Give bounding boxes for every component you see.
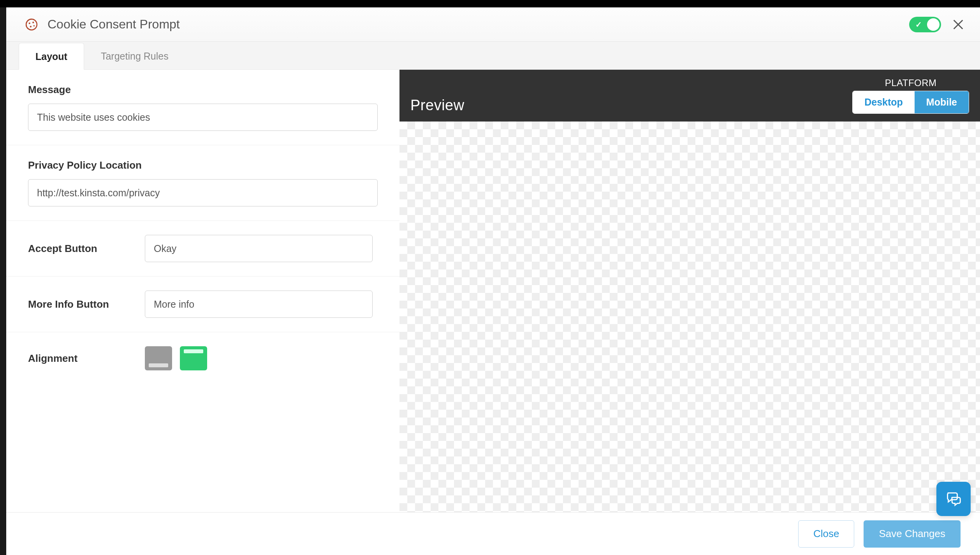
- row-accept: Accept Button: [6, 221, 399, 277]
- background-strip: [0, 7, 6, 555]
- label-message: Message: [28, 84, 378, 96]
- modal-body: Message Privacy Policy Location Accept B…: [6, 70, 980, 512]
- alignment-top[interactable]: [180, 346, 207, 370]
- check-icon: ✓: [915, 20, 922, 29]
- svg-point-1: [29, 22, 30, 24]
- row-moreinfo: More Info Button: [6, 277, 399, 332]
- save-changes-button[interactable]: Save Changes: [864, 520, 961, 548]
- row-privacy: Privacy Policy Location: [6, 145, 399, 221]
- os-menubar: [0, 0, 980, 7]
- label-accept: Accept Button: [28, 243, 129, 255]
- input-privacy[interactable]: [28, 179, 378, 206]
- input-message[interactable]: [28, 104, 378, 131]
- svg-point-3: [30, 26, 32, 27]
- cookie-icon: [25, 18, 38, 31]
- toggle-knob: [927, 18, 940, 31]
- preview-header: Preview PLATFORM Desktop Mobile: [399, 70, 980, 122]
- tab-targeting-rules[interactable]: Targeting Rules: [84, 42, 185, 69]
- platform-switch: Desktop Mobile: [852, 91, 969, 114]
- platform-label: PLATFORM: [852, 78, 969, 88]
- alignment-options: [145, 346, 207, 370]
- tabbar: Layout Targeting Rules: [6, 42, 980, 70]
- platform-switcher: PLATFORM Desktop Mobile: [852, 78, 969, 114]
- cookie-consent-modal: Cookie Consent Prompt ✓ Layout Targeting…: [6, 7, 980, 555]
- label-moreinfo: More Info Button: [28, 298, 129, 310]
- platform-desktop[interactable]: Desktop: [853, 91, 915, 113]
- header-actions: ✓: [909, 17, 964, 32]
- svg-point-4: [33, 25, 35, 26]
- platform-mobile[interactable]: Mobile: [915, 91, 969, 113]
- input-moreinfo[interactable]: [145, 291, 373, 318]
- tab-layout[interactable]: Layout: [19, 43, 84, 70]
- enable-toggle[interactable]: ✓: [909, 17, 941, 32]
- preview-canvas: [399, 122, 980, 512]
- row-alignment: Alignment: [6, 332, 399, 384]
- label-privacy: Privacy Policy Location: [28, 159, 378, 171]
- input-accept[interactable]: [145, 235, 373, 262]
- modal-footer: Close Save Changes: [6, 512, 980, 555]
- preview-title: Preview: [410, 97, 464, 114]
- close-button[interactable]: Close: [798, 520, 854, 548]
- row-message: Message: [6, 70, 399, 145]
- svg-point-2: [32, 21, 34, 23]
- alignment-bottom[interactable]: [145, 346, 172, 370]
- modal-title: Cookie Consent Prompt: [48, 17, 180, 32]
- preview-pane: Preview PLATFORM Desktop Mobile: [399, 70, 980, 512]
- close-icon[interactable]: [952, 18, 964, 31]
- chat-icon: [945, 489, 962, 509]
- chat-fab[interactable]: [936, 482, 971, 516]
- modal-header: Cookie Consent Prompt ✓: [6, 7, 980, 42]
- label-alignment: Alignment: [28, 352, 129, 365]
- form-pane: Message Privacy Policy Location Accept B…: [6, 70, 399, 512]
